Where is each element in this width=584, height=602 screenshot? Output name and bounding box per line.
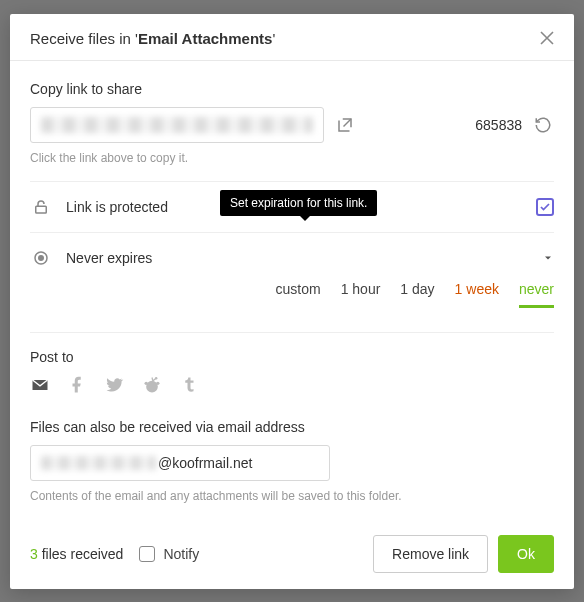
social-row	[30, 375, 554, 399]
copy-link-label: Copy link to share	[30, 81, 554, 97]
link-counter: 685838	[475, 117, 522, 133]
link-row: 685838	[30, 107, 554, 143]
receive-email-input[interactable]: @koofrmail.net	[30, 445, 330, 481]
open-link-icon[interactable]	[334, 114, 356, 136]
exp-option-week[interactable]: 1 week	[455, 281, 499, 308]
notify-label: Notify	[163, 546, 199, 562]
expiration-tooltip: Set expiration for this link.	[220, 190, 377, 216]
svg-point-4	[156, 381, 159, 384]
email-domain: @koofrmail.net	[158, 455, 252, 471]
files-count-number: 3	[30, 546, 38, 562]
files-received: 3 files received	[30, 546, 123, 562]
link-protected-row[interactable]: Link is protected Set expiration for thi…	[30, 182, 554, 233]
share-link-input[interactable]	[30, 107, 324, 143]
receive-files-modal: Receive files in 'Email Attachments' Cop…	[10, 14, 574, 589]
chevron-down-icon[interactable]	[542, 252, 554, 264]
facebook-icon[interactable]	[68, 376, 86, 398]
modal-footer: 3 files received Notify Remove link Ok	[10, 519, 574, 589]
ok-button[interactable]: Ok	[498, 535, 554, 573]
divider	[30, 332, 554, 333]
notify-checkbox[interactable]: Notify	[139, 546, 199, 562]
svg-rect-0	[36, 206, 47, 213]
mail-icon[interactable]	[30, 375, 50, 399]
modal-body: Copy link to share 685838 Click the link…	[10, 61, 574, 519]
svg-point-3	[146, 380, 158, 392]
target-icon	[30, 247, 52, 269]
title-prefix: Receive files in '	[30, 30, 138, 47]
tumblr-icon[interactable]	[180, 376, 198, 398]
link-counter-area: 685838	[475, 114, 554, 136]
copy-link-hint: Click the link above to copy it.	[30, 151, 554, 165]
files-count-text: files received	[38, 546, 124, 562]
remove-link-button[interactable]: Remove link	[373, 535, 488, 573]
protection-checkbox[interactable]	[536, 198, 554, 216]
post-to-label: Post to	[30, 349, 554, 365]
reddit-icon[interactable]	[142, 375, 162, 399]
redacted-link	[41, 117, 313, 133]
svg-point-5	[145, 381, 148, 384]
email-hint: Contents of the email and any attachment…	[30, 489, 554, 503]
modal-title: Receive files in 'Email Attachments'	[30, 30, 275, 47]
folder-name: Email Attachments	[138, 30, 272, 47]
lock-icon	[30, 196, 52, 218]
expiration-label: Never expires	[66, 250, 152, 266]
svg-point-2	[39, 255, 44, 260]
email-label: Files can also be received via email add…	[30, 419, 554, 435]
redacted-email-local	[41, 456, 156, 470]
expiration-row[interactable]: Never expires custom 1 hour 1 day 1 week…	[30, 233, 554, 316]
exp-option-day[interactable]: 1 day	[400, 281, 434, 308]
link-protected-label: Link is protected	[66, 199, 168, 215]
exp-option-hour[interactable]: 1 hour	[341, 281, 381, 308]
close-icon[interactable]	[540, 30, 554, 48]
twitter-icon[interactable]	[104, 375, 124, 399]
checkbox-icon	[139, 546, 155, 562]
exp-option-never[interactable]: never	[519, 281, 554, 308]
title-suffix: '	[272, 30, 275, 47]
exp-option-custom[interactable]: custom	[276, 281, 321, 308]
modal-header: Receive files in 'Email Attachments'	[10, 14, 574, 61]
refresh-icon[interactable]	[532, 114, 554, 136]
